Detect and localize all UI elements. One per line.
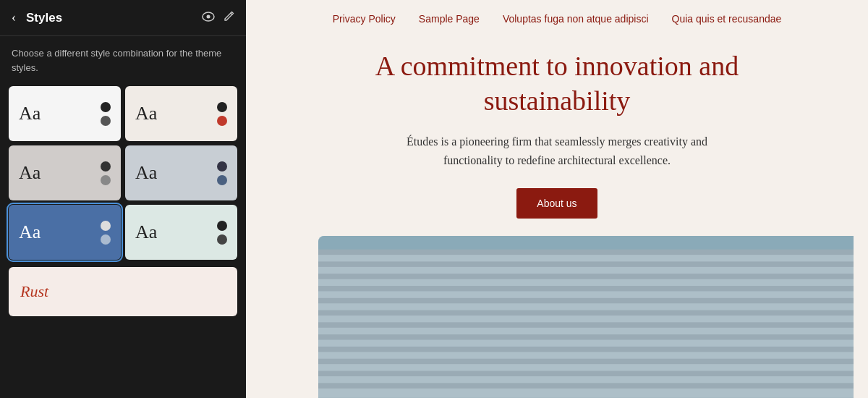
svg-rect-11 <box>318 340 854 347</box>
style-aa-label: Aa <box>19 164 41 182</box>
back-button[interactable]: ‹ <box>12 10 16 25</box>
dots <box>217 221 227 245</box>
style-aa-label: Aa <box>135 164 157 182</box>
edit-icon[interactable] <box>224 11 234 25</box>
dots <box>217 102 227 126</box>
dot-top <box>217 221 227 231</box>
dot-top <box>217 161 227 172</box>
svg-rect-5 <box>318 267 854 274</box>
dot-bottom <box>217 175 227 185</box>
panel-description: Choose a different style combination for… <box>0 36 246 83</box>
style-card-4[interactable]: Aa <box>125 145 237 200</box>
styles-grid: Aa Aa Aa Aa <box>0 83 246 266</box>
hero-section: A commitment to innovation and sustainab… <box>246 35 868 398</box>
dot-bottom <box>101 234 111 245</box>
style-aa-label: Aa <box>135 223 157 242</box>
svg-rect-15 <box>318 389 854 398</box>
svg-rect-9 <box>318 316 854 322</box>
svg-rect-14 <box>318 376 854 383</box>
dot-top <box>101 221 111 231</box>
styles-panel: ‹ Styles Choose a different style combin… <box>0 0 246 398</box>
nav-quia[interactable]: Quia quis et recusandae <box>672 13 782 25</box>
nav-voluptas[interactable]: Voluptas fuga non atque adipisci <box>503 13 649 25</box>
hero-subtitle: Études is a pioneering firm that seamles… <box>376 132 738 169</box>
panel-title: Styles <box>26 11 195 25</box>
svg-rect-7 <box>318 292 854 298</box>
style-card-3[interactable]: Aa <box>9 145 121 200</box>
dots <box>101 102 111 126</box>
dot-top <box>217 102 227 112</box>
dots <box>101 161 111 185</box>
hero-title: A commitment to innovation and sustainab… <box>340 49 774 118</box>
eye-icon[interactable] <box>202 12 215 25</box>
rust-style-card[interactable]: Rust <box>9 267 237 316</box>
svg-rect-6 <box>318 279 854 286</box>
main-content: Privacy Policy Sample Page Voluptas fuga… <box>246 0 868 398</box>
style-card-1[interactable]: Aa <box>9 86 121 141</box>
panel-actions <box>202 11 234 25</box>
style-aa-label: Aa <box>19 223 41 242</box>
style-card-6[interactable]: Aa <box>125 205 237 260</box>
dot-bottom <box>101 116 111 126</box>
panel-header: ‹ Styles <box>0 0 246 36</box>
dot-top <box>101 161 111 172</box>
svg-rect-8 <box>318 303 854 310</box>
svg-point-1 <box>207 14 210 18</box>
style-aa-label: Aa <box>19 104 41 123</box>
dot-bottom <box>217 234 227 245</box>
dots <box>101 221 111 245</box>
style-card-5[interactable]: Aa <box>9 205 121 260</box>
svg-rect-13 <box>318 364 854 371</box>
dot-bottom <box>101 175 111 185</box>
svg-rect-12 <box>318 352 854 359</box>
navigation: Privacy Policy Sample Page Voluptas fuga… <box>246 0 868 35</box>
dot-bottom <box>217 116 227 126</box>
dots <box>217 161 227 185</box>
style-aa-label: Aa <box>135 104 157 123</box>
dot-top <box>101 102 111 112</box>
svg-rect-10 <box>318 328 854 334</box>
svg-rect-4 <box>318 255 854 261</box>
about-us-button[interactable]: About us <box>516 188 597 219</box>
style-card-2[interactable]: Aa <box>125 86 237 141</box>
nav-privacy-policy[interactable]: Privacy Policy <box>333 13 396 25</box>
building-image <box>318 236 854 398</box>
rust-label: Rust <box>20 282 48 301</box>
nav-sample-page[interactable]: Sample Page <box>419 13 480 25</box>
